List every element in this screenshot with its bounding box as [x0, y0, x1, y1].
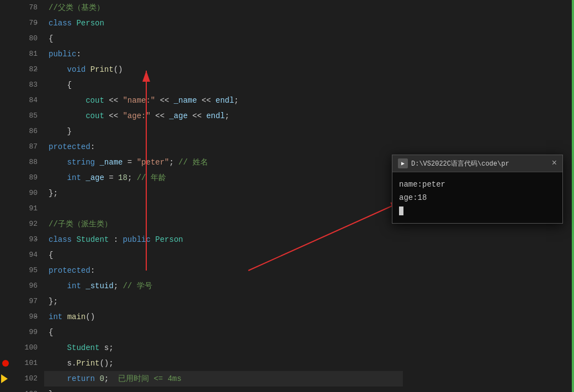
collapse-icon[interactable]: − — [34, 62, 38, 77]
token-kw: protected — [49, 142, 91, 151]
collapse-icon[interactable]: − — [34, 15, 38, 31]
token-cmt: // 姓名 — [178, 158, 208, 167]
token-fn: Print — [91, 65, 114, 74]
token-plain — [81, 173, 86, 182]
code-line: 81public: — [0, 46, 403, 62]
line-gutter: 78 — [0, 0, 44, 15]
line-number: 96 — [29, 278, 38, 294]
token-kw: int — [67, 282, 81, 290]
token-str: "peter" — [137, 158, 169, 167]
line-number: 88 — [29, 155, 38, 170]
line-number: 91 — [29, 201, 38, 216]
terminal-output-line: name:peter — [399, 178, 556, 191]
token-plain — [49, 96, 86, 105]
line-number: 83 — [29, 77, 38, 93]
terminal-titlebar: ▶ D:\VS2022C语言代码\code\pr × — [392, 155, 562, 172]
line-gutter: 85 — [0, 108, 44, 124]
line-gutter: 87 — [0, 139, 44, 155]
code-line: 99{ — [0, 325, 403, 340]
token-plain: << — [197, 96, 216, 105]
token-cmt: // 学号 — [123, 282, 152, 290]
token-plain: { — [49, 81, 72, 89]
token-plain: << — [155, 96, 174, 105]
code-line: 102 return 0; 已用时间 <= 4ms — [0, 371, 403, 386]
code-line: 90}; — [0, 186, 403, 201]
line-gutter: 86 — [0, 124, 44, 139]
token-plain: () — [86, 312, 95, 321]
line-gutter: 103 — [0, 386, 44, 392]
line-gutter: 95 — [0, 263, 44, 278]
line-content: } — [44, 386, 403, 392]
token-cls: cout — [86, 112, 104, 120]
code-line: −82 void Print() — [0, 62, 403, 77]
code-line: 103} — [0, 386, 403, 392]
token-plain: { — [49, 34, 53, 43]
token-plain: : — [76, 50, 81, 59]
line-content: //子类（派生类） — [44, 216, 403, 232]
token-plain — [49, 374, 67, 383]
terminal-body: name:peterage:18 — [392, 172, 562, 223]
code-line: 96 int _stuid; // 学号 — [0, 278, 403, 294]
line-content: int _stuid; // 学号 — [44, 278, 403, 294]
line-content: { — [44, 247, 403, 263]
line-number: 81 — [29, 46, 38, 62]
token-cls: Person — [76, 19, 104, 28]
token-cmt: 已用时间 <= 4ms — [118, 374, 182, 383]
token-plain: = — [123, 158, 136, 167]
token-plain: ; — [104, 374, 118, 383]
token-var: _name — [174, 96, 197, 105]
token-fn: main — [67, 312, 86, 321]
code-line: 78//父类（基类） — [0, 0, 403, 15]
line-gutter: 96 — [0, 278, 44, 294]
line-gutter: 84 — [0, 93, 44, 108]
execution-arrow — [1, 374, 8, 383]
token-var: endl — [215, 96, 234, 105]
token-plain: } — [49, 390, 53, 392]
collapse-icon[interactable]: − — [34, 309, 38, 325]
token-plain — [49, 173, 67, 182]
line-content: cout << "name:" << _name << endl; — [44, 93, 403, 108]
token-num: 18 — [118, 173, 127, 182]
line-content: class Person — [44, 15, 403, 31]
token-plain: << — [188, 112, 206, 120]
token-plain: { — [49, 251, 53, 259]
line-gutter: −79 — [0, 15, 44, 31]
line-content: int main() — [44, 309, 403, 325]
token-kw: protected — [49, 266, 91, 275]
line-number: 95 — [29, 263, 38, 278]
terminal-close-button[interactable]: × — [551, 159, 557, 168]
code-line: 86 } — [0, 124, 403, 139]
token-plain: = — [104, 173, 118, 182]
token-var: _stuid — [86, 282, 113, 290]
code-line: 94{ — [0, 247, 403, 263]
token-plain: << — [104, 112, 123, 120]
line-number: 89 — [29, 170, 38, 186]
token-plain — [81, 282, 86, 290]
terminal-title-left: ▶ D:\VS2022C语言代码\code\pr — [398, 158, 509, 168]
terminal-icon: ▶ — [398, 158, 408, 168]
token-str: "name:" — [123, 96, 155, 105]
token-kw: class — [49, 235, 72, 244]
code-line: 87protected: — [0, 139, 403, 155]
token-plain: ; — [114, 282, 123, 290]
terminal-output-line: age:18 — [399, 191, 556, 204]
token-plain: << — [104, 96, 123, 105]
line-gutter: 99 — [0, 325, 44, 340]
line-number: 90 — [29, 186, 38, 201]
line-gutter: 97 — [0, 294, 44, 309]
collapse-icon[interactable]: − — [34, 232, 38, 247]
token-fn: Print — [76, 359, 99, 368]
line-content: }; — [44, 186, 403, 201]
line-gutter: 88 — [0, 155, 44, 170]
token-plain: }; — [49, 297, 58, 306]
breakpoint-indicator — [2, 360, 9, 367]
line-gutter: 81 — [0, 46, 44, 62]
line-content: protected: — [44, 263, 403, 278]
code-line: −93class Student : public Person — [0, 232, 403, 247]
line-number: 100 — [25, 340, 38, 356]
code-line: 83 { — [0, 77, 403, 93]
token-var: endl — [206, 112, 225, 120]
line-number: 86 — [29, 124, 38, 139]
line-gutter: 100 — [0, 340, 44, 356]
token-kw: int — [49, 312, 62, 321]
